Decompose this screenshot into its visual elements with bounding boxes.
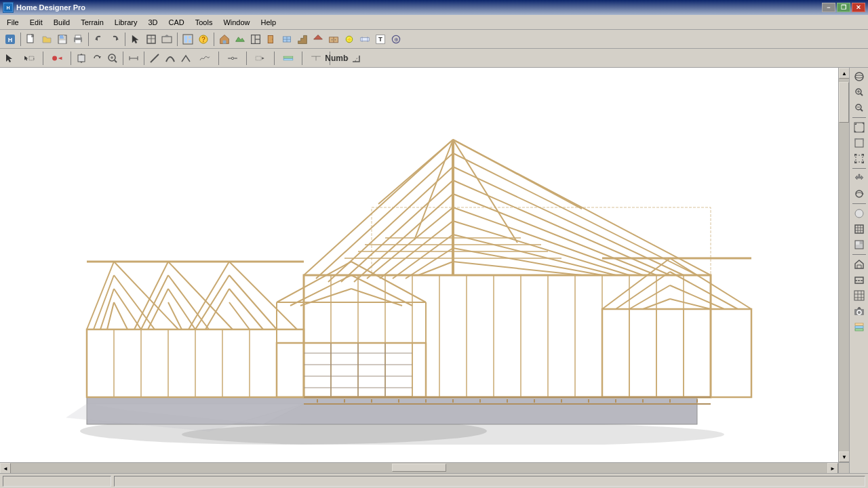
close-button[interactable]: ✕ — [852, 3, 865, 12]
zoom-button[interactable] — [105, 51, 120, 66]
zoom-out-right-button[interactable] — [852, 100, 867, 115]
perspective-view-button[interactable] — [852, 69, 867, 84]
angle-button[interactable] — [178, 51, 193, 66]
select-pointer-button[interactable] — [128, 32, 143, 47]
svg-rect-23 — [189, 40, 191, 43]
svg-rect-56 — [78, 55, 85, 62]
circle-button[interactable] — [46, 51, 68, 66]
stair-button[interactable] — [295, 32, 310, 47]
garage-wall — [277, 343, 426, 397]
svg-marker-58 — [80, 62, 83, 63]
grid-right-button[interactable] — [852, 288, 867, 303]
canvas-and-vscroll: ▲ ▼ — [0, 68, 849, 462]
toolbar2-sep2 — [71, 52, 71, 65]
hscroll-thumb[interactable] — [392, 464, 446, 472]
orbit-button[interactable] — [852, 186, 867, 201]
main-canvas[interactable] — [0, 68, 838, 462]
zoom-extend-button[interactable] — [852, 151, 867, 166]
roof-button[interactable] — [311, 32, 326, 47]
line-button[interactable] — [147, 51, 162, 66]
menu-tools[interactable]: Tools — [190, 16, 218, 29]
rotate-button[interactable] — [90, 51, 104, 66]
elevation-button[interactable] — [159, 32, 174, 47]
elevation-view-button[interactable] — [852, 257, 867, 272]
house-button[interactable] — [217, 32, 232, 47]
print-button[interactable] — [71, 32, 85, 47]
svg-marker-51 — [24, 56, 28, 60]
app-menu-button[interactable]: H — [3, 32, 18, 47]
menu-edit[interactable]: Edit — [24, 16, 48, 29]
menu-build[interactable]: Build — [48, 16, 75, 29]
svg-rect-21 — [184, 36, 187, 43]
menu-library[interactable]: Library — [109, 16, 143, 29]
layout-button[interactable] — [180, 32, 195, 47]
break-button[interactable] — [222, 51, 243, 66]
vscroll-down-button[interactable]: ▼ — [839, 451, 849, 462]
rt-separator-1 — [852, 117, 866, 118]
pan-right-button[interactable] — [852, 171, 867, 186]
menu-window[interactable]: Window — [218, 16, 255, 29]
menu-help[interactable]: Help — [256, 16, 282, 29]
fit-to-screen-button[interactable] — [852, 120, 867, 135]
standard-render-button[interactable] — [852, 237, 867, 252]
open-button[interactable] — [39, 32, 54, 47]
arrow-button[interactable] — [3, 51, 18, 66]
spline-button[interactable] — [194, 51, 216, 66]
svg-marker-57 — [80, 54, 83, 55]
plain-render-button[interactable] — [852, 206, 867, 221]
vscroll-thumb[interactable] — [839, 82, 849, 123]
text-tb-button[interactable]: T — [373, 32, 388, 47]
cabinet-button[interactable] — [326, 32, 341, 47]
rubber-band-select[interactable] — [18, 51, 40, 66]
maximize-button[interactable]: ❐ — [837, 3, 850, 12]
door-button[interactable] — [264, 32, 279, 47]
new-button[interactable] — [24, 32, 39, 47]
vscroll-up-button[interactable]: ▲ — [839, 68, 849, 79]
hscroll-track[interactable] — [11, 463, 827, 473]
zoom-region-right-button[interactable] — [852, 136, 867, 150]
box-select-button[interactable] — [250, 51, 271, 66]
horizontal-scrollbar[interactable]: ◄ ► — [0, 463, 838, 473]
left-gable-3 — [189, 262, 297, 329]
camera-button[interactable] — [852, 304, 867, 319]
help-button[interactable]: ? — [196, 32, 211, 47]
menu-3d[interactable]: 3D — [142, 16, 163, 29]
zoom-in-right-button[interactable] — [852, 85, 867, 100]
window-button[interactable] — [279, 32, 294, 47]
angle-arc-button[interactable] — [349, 51, 363, 66]
svg-line-147 — [229, 302, 250, 329]
vertical-scrollbar[interactable]: ▲ ▼ — [838, 68, 849, 462]
svg-marker-50 — [6, 54, 12, 62]
move-button[interactable] — [74, 51, 89, 66]
arc-button[interactable] — [163, 51, 178, 66]
symbol-button[interactable]: ⊕ — [389, 32, 403, 47]
text-button[interactable] — [305, 51, 327, 66]
rooms-button[interactable] — [248, 32, 263, 47]
plan-view-button[interactable] — [144, 32, 159, 47]
line-render-button[interactable] — [852, 222, 867, 237]
vscroll-track[interactable] — [839, 79, 849, 451]
layer-button[interactable] — [277, 51, 299, 66]
terrain-button[interactable] — [233, 32, 248, 47]
minimize-button[interactable]: − — [822, 3, 835, 12]
undo-button[interactable] — [92, 32, 106, 47]
svg-marker-72 — [262, 57, 264, 59]
svg-rect-52 — [29, 56, 34, 60]
save-button[interactable] — [55, 32, 70, 47]
hscroll-left-button[interactable]: ◄ — [0, 463, 11, 473]
floor-layers-button[interactable] — [852, 319, 867, 334]
number-button[interactable]: Number — [333, 51, 348, 66]
menu-file[interactable]: File — [1, 16, 24, 29]
svg-marker-225 — [855, 260, 863, 268]
dim-button[interactable] — [126, 51, 141, 66]
section-button[interactable] — [852, 272, 867, 287]
redo-button[interactable] — [107, 32, 122, 47]
svg-rect-74 — [283, 58, 293, 60]
svg-text:⊕: ⊕ — [394, 37, 399, 43]
menu-cad[interactable]: CAD — [163, 16, 189, 29]
svg-line-142 — [229, 262, 297, 329]
electrical-button[interactable]: ⚡ — [342, 32, 357, 47]
menu-terrain[interactable]: Terrain — [75, 16, 109, 29]
hscroll-right-button[interactable]: ► — [827, 463, 838, 473]
dimension-tb-button[interactable] — [357, 32, 372, 47]
